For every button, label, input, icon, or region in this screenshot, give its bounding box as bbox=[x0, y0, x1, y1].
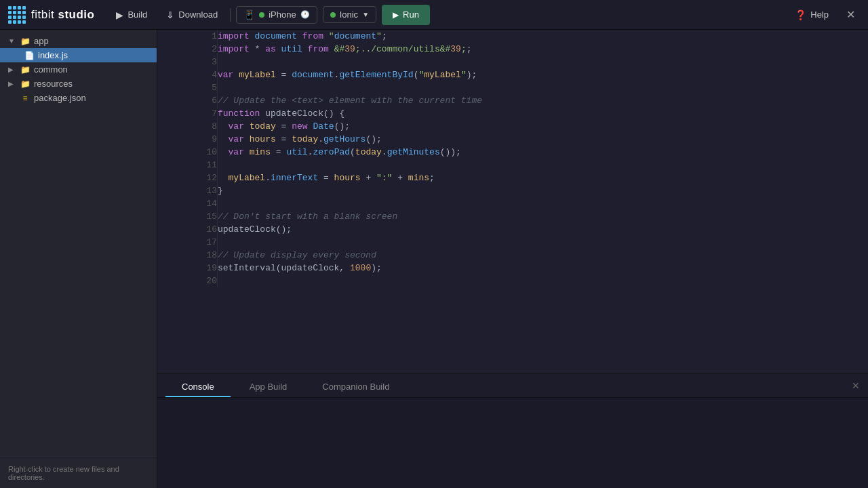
chevron-down-icon: ▼ bbox=[362, 11, 369, 18]
line-code: updateClock(); bbox=[217, 223, 868, 236]
table-row: 4var myLabel = document.getElementById("… bbox=[157, 68, 868, 81]
line-code: import document from "document"; bbox=[217, 30, 868, 43]
line-number: 16 bbox=[157, 223, 217, 236]
line-code bbox=[217, 159, 868, 171]
file-tree: ▼ 📁 app 📄 index.js ▶ 📁 common ▶ 📁 resour… bbox=[0, 30, 157, 458]
table-row: 13} bbox=[157, 184, 868, 197]
clock-icon: 🕐 bbox=[300, 10, 310, 19]
iphone-label: iPhone bbox=[269, 9, 296, 20]
logo-text: fitbit studio bbox=[31, 8, 94, 22]
line-number: 12 bbox=[157, 171, 217, 184]
folder-icon: 📁 bbox=[20, 65, 30, 75]
table-row: 10 var mins = util.zeroPad(today.getMinu… bbox=[157, 146, 868, 159]
folder-icon: 📁 bbox=[20, 79, 30, 89]
line-number: 1 bbox=[157, 30, 217, 43]
build-icon: ▶ bbox=[116, 9, 123, 20]
download-icon: ⇓ bbox=[166, 9, 174, 20]
line-number: 8 bbox=[157, 120, 217, 133]
table-row: 20 bbox=[157, 274, 868, 287]
editor-area: 1import document from "document";2import… bbox=[157, 30, 868, 488]
package-icon: ≡ bbox=[20, 94, 30, 103]
table-row: 15// Don't start with a blank screen bbox=[157, 210, 868, 223]
line-number: 10 bbox=[157, 146, 217, 159]
run-icon: ▶ bbox=[393, 10, 399, 20]
line-number: 5 bbox=[157, 81, 217, 94]
bottom-tabs: Console App Build Companion Build ✕ bbox=[157, 373, 868, 398]
table-row: 14 bbox=[157, 197, 868, 210]
chevron-right-icon: ▶ bbox=[8, 80, 16, 87]
chevron-down-icon: ▼ bbox=[8, 37, 16, 45]
topbar-right: ❓ Help ✕ bbox=[785, 5, 860, 25]
table-row: 8 var today = new Date(); bbox=[157, 120, 868, 133]
line-code: myLabel.innerText = hours + ":" + mins; bbox=[217, 171, 868, 184]
sidebar-item-app[interactable]: ▼ 📁 app bbox=[0, 34, 157, 48]
line-number: 15 bbox=[157, 210, 217, 223]
line-code: var mins = util.zeroPad(today.getMinutes… bbox=[217, 146, 868, 159]
line-number: 9 bbox=[157, 133, 217, 146]
table-row: 2import * as util from &#39;../common/ut… bbox=[157, 43, 868, 56]
line-code bbox=[217, 274, 868, 287]
line-code bbox=[217, 56, 868, 68]
line-code: // Update the <text> element with the cu… bbox=[217, 94, 868, 107]
bottom-panel-close[interactable]: ✕ bbox=[852, 380, 860, 391]
sidebar-item-common[interactable]: ▶ 📁 common bbox=[0, 62, 157, 77]
help-icon: ❓ bbox=[795, 9, 806, 20]
table-row: 19setInterval(updateClock, 1000); bbox=[157, 262, 868, 274]
tab-companion-build[interactable]: Companion Build bbox=[306, 378, 406, 397]
topbar: fitbit studio ▶ Build ⇓ Download 📱 iPhon… bbox=[0, 0, 868, 30]
chevron-right-icon: ▶ bbox=[8, 66, 16, 73]
sidebar-item-packagejson[interactable]: ≡ package.json bbox=[0, 91, 157, 105]
phone-icon: 📱 bbox=[243, 9, 255, 20]
table-row: 18// Update display every second bbox=[157, 249, 868, 262]
line-number: 17 bbox=[157, 236, 217, 249]
help-button[interactable]: ❓ Help bbox=[785, 5, 838, 25]
line-number: 6 bbox=[157, 94, 217, 107]
table-row: 12 myLabel.innerText = hours + ":" + min… bbox=[157, 171, 868, 184]
line-number: 4 bbox=[157, 68, 217, 81]
ionic-label: Ionic bbox=[340, 9, 358, 20]
build-button[interactable]: ▶ Build bbox=[106, 5, 157, 25]
iphone-device-selector[interactable]: 📱 iPhone 🕐 bbox=[236, 6, 317, 24]
line-code: // Update display every second bbox=[217, 249, 868, 262]
table-row: 3 bbox=[157, 56, 868, 68]
code-editor[interactable]: 1import document from "document";2import… bbox=[157, 30, 868, 373]
line-number: 7 bbox=[157, 107, 217, 120]
table-row: 11 bbox=[157, 159, 868, 171]
line-code bbox=[217, 81, 868, 94]
line-code: } bbox=[217, 184, 868, 197]
separator bbox=[230, 8, 231, 22]
line-number: 14 bbox=[157, 197, 217, 210]
bottom-panel: Console App Build Companion Build ✕ bbox=[157, 373, 868, 488]
table-row: 17 bbox=[157, 236, 868, 249]
folder-icon: 📁 bbox=[20, 37, 30, 46]
download-button[interactable]: ⇓ Download bbox=[157, 5, 227, 25]
sidebar-item-resources[interactable]: ▶ 📁 resources bbox=[0, 77, 157, 91]
table-row: 7function updateClock() { bbox=[157, 107, 868, 120]
table-row: 6// Update the <text> element with the c… bbox=[157, 94, 868, 107]
line-code: // Don't start with a blank screen bbox=[217, 210, 868, 223]
file-icon: 📄 bbox=[24, 51, 34, 60]
line-code: import * as util from &#39;../common/uti… bbox=[217, 43, 868, 56]
line-code: var today = new Date(); bbox=[217, 120, 868, 133]
line-code: var hours = today.getHours(); bbox=[217, 133, 868, 146]
tab-app-build[interactable]: App Build bbox=[233, 378, 304, 397]
line-code: setInterval(updateClock, 1000); bbox=[217, 262, 868, 274]
line-number: 13 bbox=[157, 184, 217, 197]
tab-console[interactable]: Console bbox=[165, 378, 231, 397]
logo-icon bbox=[8, 6, 26, 24]
line-code bbox=[217, 236, 868, 249]
sidebar-item-indexjs[interactable]: 📄 index.js bbox=[0, 48, 157, 62]
table-row: 1import document from "document"; bbox=[157, 30, 868, 43]
table-row: 5 bbox=[157, 81, 868, 94]
sidebar-hint: Right-click to create new files and dire… bbox=[0, 458, 157, 488]
run-button[interactable]: ▶ Run bbox=[382, 5, 430, 25]
code-table: 1import document from "document";2import… bbox=[157, 30, 868, 287]
line-number: 19 bbox=[157, 262, 217, 274]
close-button[interactable]: ✕ bbox=[841, 5, 860, 24]
ionic-device-selector[interactable]: Ionic ▼ bbox=[323, 6, 376, 23]
line-number: 11 bbox=[157, 159, 217, 171]
line-code: function updateClock() { bbox=[217, 107, 868, 120]
table-row: 16updateClock(); bbox=[157, 223, 868, 236]
line-code: var myLabel = document.getElementById("m… bbox=[217, 68, 868, 81]
logo: fitbit studio bbox=[8, 6, 94, 24]
